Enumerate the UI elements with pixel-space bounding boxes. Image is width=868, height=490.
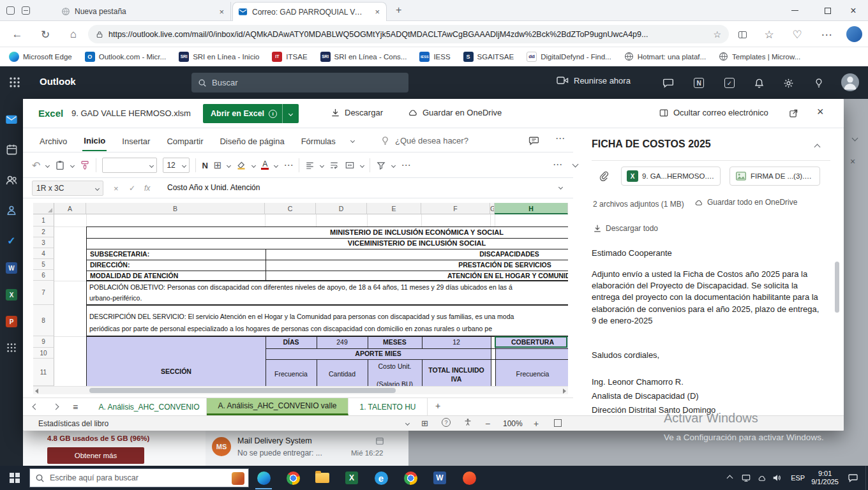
tray-overflow-icon[interactable]: [727, 475, 733, 481]
cell-c9[interactable]: DÍAS: [266, 338, 317, 346]
filter-dropdown-icon[interactable]: [391, 163, 396, 167]
merge-cells-icon[interactable]: [345, 161, 355, 170]
volume-icon[interactable]: [769, 466, 784, 490]
sort-filter-icon[interactable]: [376, 161, 386, 170]
column-header-g[interactable]: G: [490, 203, 495, 214]
collections-heart-icon[interactable]: ♡: [789, 26, 805, 43]
align-dropdown-icon[interactable]: [320, 163, 324, 167]
column-header-a[interactable]: A: [54, 203, 86, 214]
cell-d9[interactable]: 249: [317, 338, 368, 346]
taskbar-clock[interactable]: 9:019/1/2025: [811, 470, 839, 486]
next-sheet-icon[interactable]: [53, 404, 59, 410]
cell-b8-line1[interactable]: DESCRIPCIÓN DEL SERVICIO: El servicio At…: [89, 313, 568, 320]
cell-b8-line2[interactable]: periódicas por parte de personal especia…: [89, 325, 568, 332]
outlook-brand[interactable]: Outlook: [40, 76, 76, 87]
start-button[interactable]: [0, 466, 29, 490]
taskbar-excel-icon[interactable]: X: [337, 466, 366, 490]
favorites-icon[interactable]: ☆: [761, 26, 777, 43]
bold-button[interactable]: N: [202, 161, 207, 170]
attachment-chip-image[interactable]: FIRMA DE ...(3).png: [730, 167, 820, 186]
address-bar[interactable]: https://outlook.live.com/mail/0/inbox/id…: [88, 25, 729, 43]
meet-now-button[interactable]: Reunirse ahora: [557, 75, 631, 85]
horizontal-scrollbar[interactable]: [33, 386, 568, 394]
cell-c5[interactable]: PRESTACIÓN DE SERVICIOS: [454, 260, 556, 271]
browser-profile-avatar[interactable]: [846, 26, 862, 42]
taskbar-file-explorer-icon[interactable]: [308, 466, 337, 490]
favorite-item[interactable]: SRISRI en Línea - Cons...: [320, 52, 407, 62]
teams-chat-icon[interactable]: [661, 76, 675, 90]
attachment-chip-excel[interactable]: X 9. GA...HERMOSO.xlsm: [621, 167, 721, 186]
column-header-c[interactable]: C: [265, 203, 316, 214]
row-header-1[interactable]: 1: [33, 214, 54, 226]
cell-e11-line2[interactable]: (Salario BU): [368, 380, 422, 386]
add-sheet-button[interactable]: +: [435, 401, 440, 411]
column-header-e[interactable]: E: [367, 203, 421, 214]
taskbar-brave-icon[interactable]: [454, 466, 484, 490]
tab-actions-icon[interactable]: [6, 6, 15, 15]
cancel-entry-icon[interactable]: ×: [114, 184, 119, 193]
close-preview-icon[interactable]: ×: [817, 105, 824, 119]
sheet-tab-2-active[interactable]: A. Análisis_AHC_CONVENIO valle: [207, 398, 348, 415]
cell-e9[interactable]: MESES: [368, 338, 422, 346]
collapse-ribbon-icon[interactable]: [572, 161, 579, 168]
insert-function-icon[interactable]: fx: [144, 184, 150, 193]
new-tab-button[interactable]: +: [396, 4, 401, 16]
home-icon[interactable]: ⌂: [65, 26, 82, 43]
notifications-bell-icon[interactable]: [752, 76, 766, 90]
email-pane-scrollbar[interactable]: [835, 262, 839, 313]
cell-f11-line1[interactable]: TOTAL INCLUIDO: [422, 366, 491, 374]
row-header-4[interactable]: 4: [33, 248, 54, 259]
calendar-icon[interactable]: [6, 144, 18, 158]
sheet-tab-3[interactable]: 1. TALENTO HU: [348, 398, 428, 415]
close-tab-icon[interactable]: ×: [373, 7, 381, 17]
borders-icon[interactable]: ⊞: [214, 160, 222, 171]
sheet-tab-1[interactable]: A. Análisis_AHC_CONVENIO: [92, 398, 207, 415]
split-screen-icon[interactable]: [734, 26, 751, 43]
font-size-combo[interactable]: 12: [163, 158, 190, 173]
browser-menu-icon[interactable]: ⋯: [818, 26, 835, 43]
favorite-item[interactable]: ddDigitalDefynd - Find...: [527, 52, 611, 62]
formula-content[interactable]: Costo Año x Unid. Atención: [167, 183, 537, 192]
favorite-item[interactable]: SRISRI en Línea - Inicio: [179, 52, 259, 62]
settings-gear-icon[interactable]: [781, 76, 795, 90]
row-header-9[interactable]: 9: [33, 336, 54, 348]
pop-out-icon[interactable]: [789, 108, 798, 121]
row-header-7[interactable]: 7: [33, 281, 54, 305]
font-name-combo[interactable]: [102, 158, 157, 173]
paste-dropdown-icon[interactable]: [70, 163, 75, 167]
zoom-in-button[interactable]: +: [534, 419, 539, 429]
confirm-entry-icon[interactable]: ✓: [129, 184, 135, 193]
ribbon-more-icon[interactable]: ⋯: [553, 159, 562, 170]
zoom-level[interactable]: 100%: [503, 419, 523, 428]
align-icon[interactable]: [305, 161, 315, 170]
row-header-5[interactable]: 5: [33, 259, 54, 270]
zoom-out-button[interactable]: −: [485, 419, 490, 429]
window-close-button[interactable]: ×: [839, 0, 868, 21]
column-header-f[interactable]: F: [421, 203, 490, 214]
fit-to-window-icon[interactable]: [554, 419, 562, 427]
borders-dropdown-icon[interactable]: [227, 163, 231, 167]
cell-f9[interactable]: 12: [422, 338, 491, 346]
toolbar-overflow-icon[interactable]: ⋯: [283, 160, 293, 171]
row-header-6[interactable]: 6: [33, 270, 54, 281]
font-color-icon[interactable]: A: [261, 161, 269, 170]
download-all-button[interactable]: Descargar todo: [593, 224, 658, 233]
taskbar-chrome2-icon[interactable]: [396, 466, 425, 490]
column-header-d[interactable]: D: [316, 203, 367, 214]
name-box[interactable]: 1R x 3C: [32, 181, 103, 196]
column-header-b[interactable]: B: [86, 203, 265, 214]
cell-c11[interactable]: Frecuencia: [266, 370, 317, 378]
app-launcher-icon[interactable]: [9, 77, 20, 91]
close-tab-icon[interactable]: ×: [218, 7, 225, 17]
ribbon-tab-diseno[interactable]: Diseño de página: [218, 131, 285, 151]
powerpoint-icon[interactable]: P: [6, 316, 17, 327]
favorite-item[interactable]: Hotmart: una plataf...: [624, 52, 706, 61]
cell-b2[interactable]: MINISTERIO DE INCLUSIÓN ECONÓMICA Y SOCI…: [87, 227, 568, 238]
network-icon[interactable]: [738, 466, 754, 490]
browser-tab-new[interactable]: Nueva pestaña ×: [56, 2, 231, 21]
browser-tab-mail[interactable]: Correo: GAD PARROQUIAL VALLE ×: [232, 2, 387, 21]
cell-c4[interactable]: DISCAPACIDADES: [461, 249, 557, 260]
people-icon[interactable]: [5, 174, 18, 189]
comments-icon[interactable]: [528, 135, 539, 149]
fill-dropdown-icon[interactable]: [251, 163, 256, 167]
